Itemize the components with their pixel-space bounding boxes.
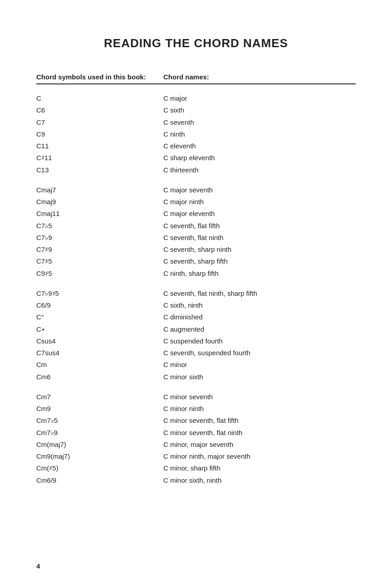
chord-name: C minor, sharp fifth (163, 462, 356, 474)
group-spacer (36, 176, 356, 184)
table-row: C11C eleventh (36, 140, 356, 152)
chord-name: C seventh, flat ninth (163, 232, 356, 244)
chord-symbol: C7♯9 (36, 244, 163, 255)
chord-name: C augmented (163, 323, 356, 335)
chord-symbol: Cm7 (36, 391, 163, 403)
chord-name: C major ninth (163, 196, 356, 208)
chord-table: CC majorC6C sixthC7C seventhC9C ninthC11… (36, 93, 356, 486)
table-row: C+C augmented (36, 323, 356, 335)
chord-symbol: C9 (36, 128, 163, 140)
chord-symbol: Cm9(maj7) (36, 451, 163, 462)
group-spacer (36, 279, 356, 288)
chord-name: C minor ninth (163, 403, 356, 415)
chord-name: C seventh (163, 117, 356, 128)
chord-symbol: C13 (36, 164, 163, 176)
page: READING THE CHORD NAMES Chord symbols us… (0, 0, 392, 514)
chord-symbol: C7♭9 (36, 232, 163, 244)
chord-symbol: Cm(maj7) (36, 439, 163, 451)
chord-name: C minor seventh (163, 391, 356, 403)
chord-symbol: C7♯5 (36, 255, 163, 267)
chord-symbol: C11 (36, 140, 163, 152)
table-row: Cmaj9C major ninth (36, 196, 356, 208)
chord-name: C eleventh (163, 140, 356, 152)
chord-name: C minor (163, 359, 356, 371)
table-row: Cmaj11C major eleventh (36, 208, 356, 220)
chord-symbol: C7♭9♯5 (36, 288, 163, 299)
chord-name: C suspended fourth (163, 335, 356, 347)
table-row: C7♯5C seventh, sharp fifth (36, 255, 356, 267)
chord-symbol: Cm(♯5) (36, 462, 163, 474)
chord-name: C major eleventh (163, 208, 356, 220)
chord-name: C seventh, flat fifth (163, 220, 356, 232)
chord-symbol: C7♭5 (36, 220, 163, 232)
chord-symbol: Cmaj7 (36, 184, 163, 196)
table-row: C7♭5C seventh, flat fifth (36, 220, 356, 232)
table-row: Cm7♭9C minor seventh, flat ninth (36, 427, 356, 439)
chord-symbol: Cm7♭5 (36, 415, 163, 426)
chord-name: C sixth (163, 104, 356, 116)
table-row: Cm9C minor ninth (36, 403, 356, 415)
chord-symbol: C7sus4 (36, 347, 163, 359)
header-symbol: Chord symbols used in this book: (36, 73, 163, 84)
chord-name: C sixth, ninth (163, 299, 356, 311)
table-row: Csus4C suspended fourth (36, 335, 356, 347)
chord-name: C minor sixth (163, 371, 356, 383)
chord-name: C major seventh (163, 184, 356, 196)
chord-symbol: C6/9 (36, 299, 163, 311)
chord-symbol: C9♯5 (36, 268, 163, 279)
chord-name: C diminished (163, 311, 356, 323)
page-title: READING THE CHORD NAMES (36, 36, 356, 50)
table-row: C6/9C sixth, ninth (36, 299, 356, 311)
table-row: C9♯5C ninth, sharp fifth (36, 268, 356, 279)
chord-symbol: C6 (36, 104, 163, 116)
chord-symbol: C° (36, 311, 163, 323)
page-number: 4 (36, 562, 40, 570)
table-row: Cm7C minor seventh (36, 391, 356, 403)
chord-symbol: Cm6 (36, 371, 163, 383)
table-row: C7♭9C seventh, flat ninth (36, 232, 356, 244)
chord-name: C thirteenth (163, 164, 356, 176)
table-row: C7♭9♯5C seventh, flat ninth, sharp fifth (36, 288, 356, 299)
chord-symbol: Cmaj9 (36, 196, 163, 208)
chord-name: C seventh, sharp fifth (163, 255, 356, 267)
chord-name: C minor sixth, ninth (163, 475, 356, 486)
header-name: Chord names: (163, 73, 356, 84)
chord-name: C minor ninth, major seventh (163, 451, 356, 462)
chord-name: C seventh, flat ninth, sharp fifth (163, 288, 356, 299)
chord-symbol: Cm9 (36, 403, 163, 415)
chord-name: C seventh, sharp ninth (163, 244, 356, 255)
chord-symbol: Cm7♭9 (36, 427, 163, 439)
table-row: CmC minor (36, 359, 356, 371)
chord-name: C minor seventh, flat ninth (163, 427, 356, 439)
chord-symbol: C+ (36, 323, 163, 335)
table-row: Cm6C minor sixth (36, 371, 356, 383)
table-row: Cm6/9C minor sixth, ninth (36, 475, 356, 486)
table-row: C7♯9C seventh, sharp ninth (36, 244, 356, 255)
chord-name: C ninth (163, 128, 356, 140)
table-row: C♯11C sharp eleventh (36, 152, 356, 164)
table-row: C°C diminished (36, 311, 356, 323)
table-row: Cm7♭5C minor seventh, flat fifth (36, 415, 356, 426)
table-row: C6C sixth (36, 104, 356, 116)
chord-symbol: C (36, 93, 163, 104)
group-spacer (36, 383, 356, 391)
table-row: C13C thirteenth (36, 164, 356, 176)
chord-name: C major (163, 93, 356, 104)
chord-name: C ninth, sharp fifth (163, 268, 356, 279)
table-row: C7sus4C seventh, suspended fourth (36, 347, 356, 359)
table-row: Cmaj7C major seventh (36, 184, 356, 196)
chord-symbol: C7 (36, 117, 163, 128)
chord-name: C minor seventh, flat fifth (163, 415, 356, 426)
table-row: Cm9(maj7)C minor ninth, major seventh (36, 451, 356, 462)
chord-name: C sharp eleventh (163, 152, 356, 164)
table-row: Cm(maj7)C minor, major seventh (36, 439, 356, 451)
chord-symbol: Cm (36, 359, 163, 371)
chord-symbol: Cm6/9 (36, 475, 163, 486)
chord-name: C minor, major seventh (163, 439, 356, 451)
table-row: Cm(♯5)C minor, sharp fifth (36, 462, 356, 474)
chord-name: C seventh, suspended fourth (163, 347, 356, 359)
chord-symbol: Cmaj11 (36, 208, 163, 220)
table-row: C9C ninth (36, 128, 356, 140)
table-headers: Chord symbols used in this book: Chord n… (36, 73, 356, 84)
table-row: CC major (36, 93, 356, 104)
